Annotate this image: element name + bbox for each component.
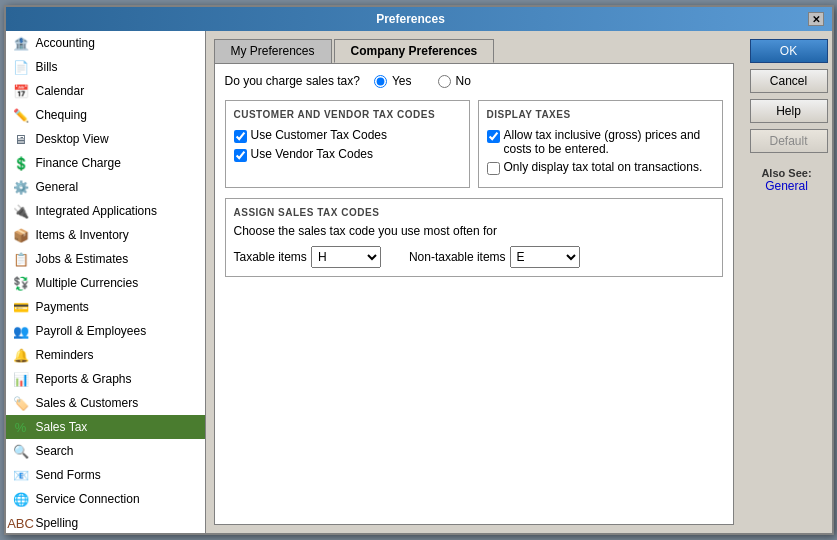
taxable-items-group: Taxable items HGS (234, 246, 381, 268)
sidebar-icon-4: 🖥 (12, 130, 30, 148)
sidebar-item-calendar[interactable]: 📅Calendar (6, 79, 205, 103)
sidebar-item-payroll---employees[interactable]: 👥Payroll & Employees (6, 319, 205, 343)
only-display-tax-label: Only display tax total on transactions. (504, 160, 703, 174)
sidebar-label-15: Sales & Customers (36, 396, 139, 410)
sidebar-item-accounting[interactable]: 🏦Accounting (6, 31, 205, 55)
sidebar-item-reminders[interactable]: 🔔Reminders (6, 343, 205, 367)
title-bar: Preferences ✕ (6, 7, 832, 31)
charge-tax-question: Do you charge sales tax? (225, 74, 360, 88)
yes-radio-label[interactable]: Yes (372, 74, 412, 88)
tab-company-preferences[interactable]: Company Preferences (334, 39, 495, 63)
sidebar-icon-12: 👥 (12, 322, 30, 340)
close-button[interactable]: ✕ (808, 12, 824, 26)
sidebar-label-19: Service Connection (36, 492, 140, 506)
non-taxable-items-group: Non-taxable items EZX (409, 246, 580, 268)
use-customer-tax-checkbox[interactable] (234, 130, 247, 143)
sidebar-icon-15: 🏷️ (12, 394, 30, 412)
assign-section-title: ASSIGN SALES TAX CODES (234, 207, 714, 218)
sidebar-label-8: Items & Inventory (36, 228, 129, 242)
sidebar-item-jobs---estimates[interactable]: 📋Jobs & Estimates (6, 247, 205, 271)
sidebar-item-general[interactable]: ⚙️General (6, 175, 205, 199)
customer-vendor-panel: CUSTOMER AND VENDOR TAX CODES Use Custom… (225, 100, 470, 188)
dialog-title: Preferences (14, 12, 808, 26)
allow-tax-inclusive-checkbox[interactable] (487, 130, 500, 143)
sidebar-label-4: Desktop View (36, 132, 109, 146)
sidebar-icon-17: 🔍 (12, 442, 30, 460)
sidebar-icon-16: % (12, 418, 30, 436)
sidebar-icon-8: 📦 (12, 226, 30, 244)
sidebar-icon-6: ⚙️ (12, 178, 30, 196)
no-radio[interactable] (438, 75, 451, 88)
radio-group: Yes No (372, 74, 483, 88)
assign-row: Taxable items HGS Non-taxable items EZX (234, 246, 714, 268)
sidebar: 🏦Accounting📄Bills📅Calendar✏️Chequing🖥Des… (6, 31, 206, 533)
sidebar-item-spelling[interactable]: ABCSpelling (6, 511, 205, 533)
sidebar-label-3: Chequing (36, 108, 87, 122)
help-button[interactable]: Help (750, 99, 828, 123)
sidebar-item-integrated-applications[interactable]: 🔌Integrated Applications (6, 199, 205, 223)
main-content: My Preferences Company Preferences Do yo… (206, 31, 742, 533)
only-display-tax-row: Only display tax total on transactions. (487, 160, 714, 175)
sidebar-item-sales-tax[interactable]: %Sales Tax (6, 415, 205, 439)
sidebar-list: 🏦Accounting📄Bills📅Calendar✏️Chequing🖥Des… (6, 31, 205, 533)
sidebar-item-send-forms[interactable]: 📧Send Forms (6, 463, 205, 487)
sidebar-item-sales---customers[interactable]: 🏷️Sales & Customers (6, 391, 205, 415)
display-taxes-title: DISPLAY TAXES (487, 109, 714, 120)
sidebar-label-14: Reports & Graphs (36, 372, 132, 386)
cancel-button[interactable]: Cancel (750, 69, 828, 93)
sidebar-item-chequing[interactable]: ✏️Chequing (6, 103, 205, 127)
ok-button[interactable]: OK (750, 39, 828, 63)
only-display-tax-checkbox[interactable] (487, 162, 500, 175)
preferences-dialog: Preferences ✕ 🏦Accounting📄Bills📅Calendar… (4, 5, 834, 535)
sidebar-icon-9: 📋 (12, 250, 30, 268)
use-vendor-tax-row: Use Vendor Tax Codes (234, 147, 461, 162)
non-taxable-items-select[interactable]: EZX (510, 246, 580, 268)
sidebar-item-search[interactable]: 🔍Search (6, 439, 205, 463)
charge-tax-row: Do you charge sales tax? Yes No (225, 74, 723, 88)
display-taxes-panel: DISPLAY TAXES Allow tax inclusive (gross… (478, 100, 723, 188)
sidebar-icon-0: 🏦 (12, 34, 30, 52)
taxable-items-label: Taxable items (234, 250, 307, 264)
sidebar-item-multiple-currencies[interactable]: 💱Multiple Currencies (6, 271, 205, 295)
tabs-container: My Preferences Company Preferences (214, 39, 734, 63)
assign-description: Choose the sales tax code you use most o… (234, 224, 714, 238)
assign-section: ASSIGN SALES TAX CODES Choose the sales … (225, 198, 723, 277)
also-see-section: Also See: General (750, 167, 824, 193)
sidebar-label-17: Search (36, 444, 74, 458)
sidebar-label-16: Sales Tax (36, 420, 88, 434)
two-panels: CUSTOMER AND VENDOR TAX CODES Use Custom… (225, 100, 723, 188)
sidebar-label-7: Integrated Applications (36, 204, 157, 218)
sidebar-icon-13: 🔔 (12, 346, 30, 364)
dialog-body: 🏦Accounting📄Bills📅Calendar✏️Chequing🖥Des… (6, 31, 832, 533)
sidebar-item-reports---graphs[interactable]: 📊Reports & Graphs (6, 367, 205, 391)
sidebar-label-18: Send Forms (36, 468, 101, 482)
sidebar-icon-3: ✏️ (12, 106, 30, 124)
sidebar-label-5: Finance Charge (36, 156, 121, 170)
sidebar-icon-11: 💳 (12, 298, 30, 316)
sidebar-icon-7: 🔌 (12, 202, 30, 220)
taxable-items-select[interactable]: HGS (311, 246, 381, 268)
sidebar-item-finance-charge[interactable]: 💲Finance Charge (6, 151, 205, 175)
sidebar-label-9: Jobs & Estimates (36, 252, 129, 266)
sidebar-item-service-connection[interactable]: 🌐Service Connection (6, 487, 205, 511)
sidebar-label-6: General (36, 180, 79, 194)
sidebar-item-items---inventory[interactable]: 📦Items & Inventory (6, 223, 205, 247)
no-radio-label[interactable]: No (436, 74, 471, 88)
sidebar-label-1: Bills (36, 60, 58, 74)
sidebar-label-0: Accounting (36, 36, 95, 50)
sidebar-item-payments[interactable]: 💳Payments (6, 295, 205, 319)
sidebar-label-10: Multiple Currencies (36, 276, 139, 290)
default-button[interactable]: Default (750, 129, 828, 153)
sidebar-label-12: Payroll & Employees (36, 324, 147, 338)
also-see-general-link[interactable]: General (765, 179, 808, 193)
tab-content-company: Do you charge sales tax? Yes No (214, 63, 734, 525)
use-vendor-tax-checkbox[interactable] (234, 149, 247, 162)
sidebar-icon-20: ABC (12, 514, 30, 532)
customer-vendor-title: CUSTOMER AND VENDOR TAX CODES (234, 109, 461, 120)
sidebar-item-bills[interactable]: 📄Bills (6, 55, 205, 79)
use-customer-tax-row: Use Customer Tax Codes (234, 128, 461, 143)
sidebar-item-desktop-view[interactable]: 🖥Desktop View (6, 127, 205, 151)
tab-my-preferences[interactable]: My Preferences (214, 39, 332, 63)
sidebar-icon-5: 💲 (12, 154, 30, 172)
yes-radio[interactable] (374, 75, 387, 88)
